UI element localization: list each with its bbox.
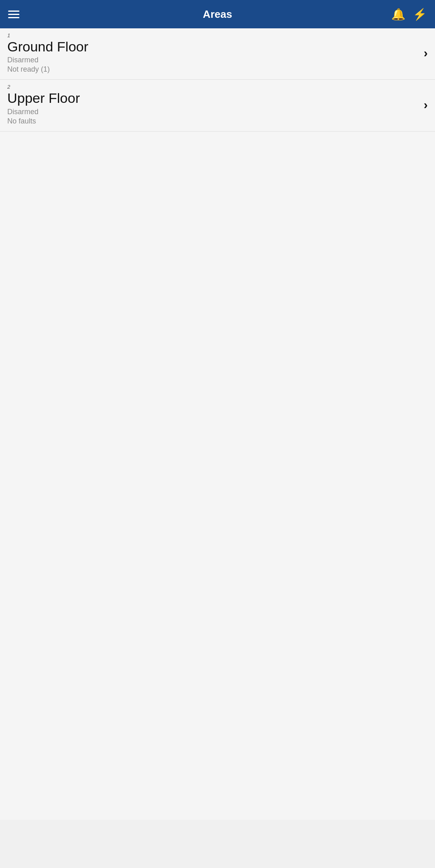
area-1-fault: Not ready (1) (7, 65, 420, 74)
area-2-status: Disarmed (7, 108, 420, 116)
area-1-name: Ground Floor (7, 39, 420, 54)
notifications-icon[interactable]: 🔔 (391, 8, 405, 21)
area-item-1[interactable]: 1 Ground Floor Disarmed Not ready (1) › (0, 28, 435, 80)
area-item-1-info: 1 Ground Floor Disarmed Not ready (1) (7, 32, 420, 74)
empty-content-area (0, 132, 435, 820)
area-1-index: 1 (7, 32, 420, 38)
area-1-chevron-icon: › (424, 46, 428, 60)
hamburger-menu-button[interactable] (8, 11, 19, 18)
header-left (8, 11, 19, 18)
area-2-fault: No faults (7, 117, 420, 126)
app-header: Areas 🔔 ⚡ (0, 0, 435, 28)
area-2-index: 2 (7, 84, 420, 90)
header-right: 🔔 ⚡ (391, 8, 427, 21)
flash-icon[interactable]: ⚡ (413, 8, 427, 21)
area-2-name: Upper Floor (7, 91, 420, 106)
areas-list: 1 Ground Floor Disarmed Not ready (1) › … (0, 28, 435, 132)
area-item-2-info: 2 Upper Floor Disarmed No faults (7, 84, 420, 125)
page-title: Areas (203, 8, 232, 21)
area-item-2[interactable]: 2 Upper Floor Disarmed No faults › (0, 80, 435, 131)
area-1-status: Disarmed (7, 56, 420, 64)
area-2-chevron-icon: › (424, 98, 428, 112)
